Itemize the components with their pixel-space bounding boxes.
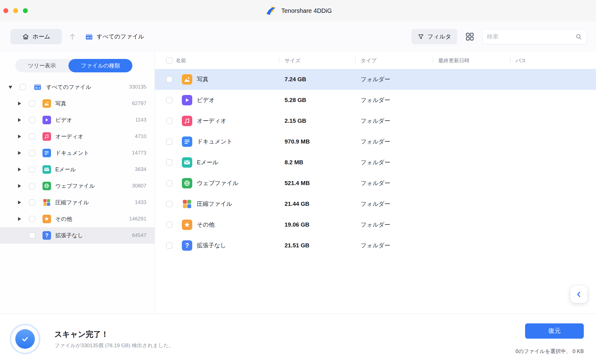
row-checkbox[interactable] (166, 242, 172, 249)
sidebar-item-archive[interactable]: 圧縮ファイル1433 (0, 194, 155, 211)
row-checkbox[interactable] (166, 201, 172, 207)
sidebar-item-checkbox[interactable] (29, 232, 35, 238)
disclosure-caret-icon[interactable] (17, 200, 22, 205)
sidebar-item-document[interactable]: ドキュメント14773 (0, 145, 155, 161)
file-type: フォルダー (361, 242, 438, 249)
sidebar-item-checkbox[interactable] (29, 100, 35, 107)
sidebar-item-count: 62797 (132, 100, 146, 107)
sidebar-item-drive[interactable]: すべてのファイル330135 (0, 79, 155, 95)
close-window-button[interactable] (3, 8, 8, 13)
column-header-size[interactable]: サイズ (285, 57, 361, 64)
column-header-type[interactable]: タイプ (361, 57, 438, 64)
status-bar: スキャン完了！ ファイルが330135個 (78.19 GB) 検出されました。… (0, 314, 596, 364)
toolbar-right: フィルタ (411, 29, 587, 44)
titlebar: Tenorshare 4DDiG (0, 0, 596, 21)
collapse-panel-button[interactable] (570, 286, 587, 303)
sidebar-item-label: オーディオ (55, 133, 83, 140)
disclosure-caret-icon[interactable] (17, 184, 22, 188)
sidebar-item-label: Eメール (55, 166, 76, 173)
unknown-icon: ? (42, 231, 51, 240)
table-row[interactable]: その他19.06 GBフォルダー (155, 214, 596, 235)
filter-icon (418, 33, 424, 40)
file-type: フォルダー (361, 158, 438, 166)
file-size: 21.51 GB (285, 242, 361, 249)
sidebar-item-checkbox[interactable] (29, 166, 35, 173)
sidebar-item-unknown[interactable]: ?拡張子なし64547 (0, 227, 155, 244)
web-icon (182, 178, 192, 188)
row-checkbox[interactable] (166, 222, 172, 228)
file-type: フォルダー (361, 200, 438, 208)
sidebar-item-web[interactable]: ウェブファイル30807 (0, 178, 155, 194)
column-header-path[interactable]: パス (516, 57, 596, 64)
row-checkbox[interactable] (166, 76, 172, 82)
sidebar-item-checkbox[interactable] (29, 133, 35, 140)
table-row[interactable]: オーディオ2.15 GBフォルダー (155, 111, 596, 131)
file-size: 2.15 GB (285, 118, 361, 124)
tab-file-types[interactable]: ファイルの種類 (68, 59, 132, 72)
column-header-name[interactable]: 名前 (176, 57, 285, 64)
sidebar-tabs: ツリー表示 ファイルの種類 (15, 59, 132, 72)
sidebar-item-checkbox[interactable] (29, 199, 35, 206)
sidebar-item-label: 写真 (55, 100, 66, 107)
select-all-checkbox[interactable] (166, 57, 172, 64)
file-type: フォルダー (361, 221, 438, 229)
filter-button[interactable]: フィルタ (411, 29, 457, 44)
email-icon (182, 157, 192, 168)
disclosure-caret-icon[interactable] (17, 101, 22, 106)
zoom-window-button[interactable] (23, 8, 28, 13)
sidebar-item-count: 1143 (135, 117, 146, 123)
file-size: 19.06 GB (285, 221, 361, 228)
sidebar-item-checkbox[interactable] (29, 183, 35, 189)
table-row[interactable]: ?拡張子なし21.51 GBフォルダー (155, 235, 596, 256)
minimize-window-button[interactable] (13, 8, 18, 13)
sidebar-item-photo[interactable]: 写真62797 (0, 95, 155, 112)
other-icon (42, 215, 51, 223)
sidebar-item-label: 圧縮ファイル (55, 199, 89, 206)
sidebar-item-audio[interactable]: オーディオ4710 (0, 128, 155, 145)
home-button[interactable]: ホーム (10, 29, 62, 44)
row-checkbox[interactable] (166, 118, 172, 124)
search-input[interactable] (487, 33, 575, 40)
sidebar-item-count: 64547 (132, 232, 146, 238)
disclosure-caret-icon[interactable] (17, 151, 22, 155)
selection-status: 0のファイルを選択中、 0 KB (516, 348, 584, 355)
traffic-lights (3, 8, 28, 13)
disclosure-caret-icon[interactable] (17, 167, 22, 172)
up-arrow-icon[interactable] (68, 32, 77, 41)
disclosure-caret-icon[interactable] (17, 134, 22, 139)
table-row[interactable]: ドキュメント970.9 MBフォルダー (155, 131, 596, 152)
file-name: ビデオ (197, 96, 215, 104)
file-size: 5.28 GB (285, 97, 361, 104)
sidebar-item-checkbox[interactable] (29, 150, 35, 156)
row-checkbox[interactable] (166, 139, 172, 145)
row-checkbox[interactable] (166, 159, 172, 166)
sidebar-item-checkbox[interactable] (29, 216, 35, 222)
table-row[interactable]: ビデオ5.28 GBフォルダー (155, 90, 596, 111)
tab-tree-view[interactable]: ツリー表示 (15, 59, 68, 72)
toolbar: ホーム すべてのファイル フィルタ (0, 21, 596, 52)
file-name: オーディオ (197, 117, 226, 125)
table-row[interactable]: Eメール8.2 MBフォルダー (155, 152, 596, 173)
sidebar-item-count: 14773 (132, 150, 146, 156)
row-checkbox[interactable] (166, 180, 172, 186)
file-name: 写真 (197, 75, 208, 83)
sidebar-item-other[interactable]: その他146291 (0, 211, 155, 227)
disclosure-caret-icon[interactable] (17, 217, 22, 221)
table-row[interactable]: ウェブファイル521.4 MBフォルダー (155, 173, 596, 194)
sidebar-item-checkbox[interactable] (29, 117, 35, 123)
sidebar: ツリー表示 ファイルの種類 すべてのファイル330135写真62797ビデオ11… (0, 52, 155, 314)
scan-status: スキャン完了！ ファイルが330135個 (78.19 GB) 検出されました。 (54, 329, 174, 349)
archive-icon (182, 199, 192, 209)
app-window: Tenorshare 4DDiG ホーム (0, 0, 596, 364)
row-checkbox[interactable] (166, 97, 172, 103)
recover-button[interactable]: 復元 (525, 323, 584, 339)
sidebar-item-video[interactable]: ビデオ1143 (0, 112, 155, 128)
table-row[interactable]: 写真7.24 GBフォルダー (155, 69, 596, 90)
sidebar-item-checkbox[interactable] (20, 84, 26, 90)
disclosure-caret-icon[interactable] (8, 85, 13, 89)
grid-view-button[interactable] (465, 31, 475, 42)
sidebar-item-email[interactable]: Eメール3634 (0, 161, 155, 178)
disclosure-caret-icon[interactable] (17, 118, 22, 122)
column-header-modified[interactable]: 最終更新日時 (438, 57, 516, 64)
table-row[interactable]: 圧縮ファイル21.44 GBフォルダー (155, 194, 596, 214)
